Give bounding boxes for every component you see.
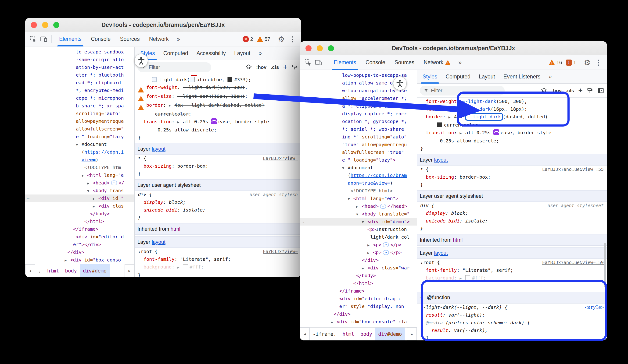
dom-tree-row[interactable]: (https://cdpn.io/bram: [300, 172, 417, 179]
style-declaration-line[interactable]: * {EaYBJJx?ano…ue&view=:55: [417, 166, 607, 173]
dom-tree-row[interactable]: e " loading="lazy: [25, 133, 134, 141]
dom-tree-row[interactable]: ation-by-user-act: [25, 63, 134, 71]
dom-tree-row[interactable]: <div id="editor-d: [25, 233, 134, 241]
dom-tree-row[interactable]: b-share *; xr-spa: [25, 102, 134, 110]
inspect-element-icon[interactable]: [303, 58, 313, 67]
warn-badge[interactable]: 57: [257, 36, 270, 42]
style-declaration-line[interactable]: light-dark(aliceblue, #333);: [135, 76, 301, 84]
more-tabs-icon[interactable]: »: [254, 47, 266, 60]
dom-tree-row[interactable]: display-capture *; encr: [300, 110, 417, 118]
dom-tree-row[interactable]: "true" allowpaymentrequ: [300, 141, 417, 148]
tab-computed[interactable]: Computed: [442, 70, 475, 84]
breadcrumb-scroll-right-icon[interactable]: ▶: [407, 328, 417, 340]
tab-accessibility[interactable]: Accessibility: [192, 47, 230, 60]
expand-inline-icon[interactable]: ⋯: [383, 242, 389, 247]
tab-elements[interactable]: Elements: [55, 32, 86, 47]
styles-section-header[interactable]: Layer layout: [135, 143, 301, 155]
classes-button[interactable]: .cls: [271, 64, 279, 70]
tab-computed[interactable]: Computed: [159, 47, 192, 60]
kebab-menu-icon[interactable]: ⋮: [287, 35, 298, 43]
styles-section-header[interactable]: Inherited from html: [417, 234, 607, 246]
styles-section-header[interactable]: Layer user agent stylesheet: [135, 179, 301, 191]
style-declaration-line[interactable]: background: ▶#fff;: [135, 263, 301, 271]
dom-tree-row[interactable]: </html>: [25, 218, 134, 225]
style-declaration-line[interactable]: }: [135, 271, 301, 277]
style-declaration-line[interactable]: }: [417, 225, 607, 233]
code-link[interactable]: layout: [434, 157, 448, 163]
dom-tree-row[interactable]: scrolling="auto": [25, 110, 134, 118]
settings-gear-icon[interactable]: ⚙: [276, 35, 287, 44]
dom-tree-row[interactable]: allowfullscreen="true": [300, 148, 417, 156]
more-tabs-icon[interactable]: »: [173, 32, 183, 47]
stylesheet-source-link[interactable]: EaYBJJx?ano…ue&view=:59: [542, 259, 604, 266]
stylesheet-source-link[interactable]: user agent stylesheet: [548, 202, 604, 209]
dom-tree-row[interactable]: </div>: [25, 248, 134, 256]
new-style-rule-button[interactable]: +: [283, 63, 288, 71]
breadcrumb-item[interactable]: -iframe.: [310, 328, 339, 340]
dom-tree-row[interactable]: ocation *; gyroscope *;: [300, 118, 417, 125]
dom-tree-row[interactable]: ▶<div clas: [25, 202, 134, 210]
titlebar[interactable]: DevTools - codepen.io/bramus/pen/EaYBJJx: [300, 41, 607, 55]
dom-tree-row[interactable]: ▶<div id="box-conso: [25, 256, 134, 264]
dom-tree-row[interactable]: allowfullscreen=": [25, 125, 134, 133]
error-badge[interactable]: ✕2: [242, 36, 253, 42]
dom-tree-row[interactable]: -same-origin allo: [25, 56, 134, 63]
style-declaration-line[interactable]: }: [417, 145, 607, 152]
dom-tree-row[interactable]: (https://cdpn.i: [25, 148, 134, 156]
issue-badge[interactable]: !1: [566, 60, 576, 66]
dom-tree-row[interactable]: ing *" scrolling="auto": [300, 133, 417, 141]
style-declaration-line[interactable]: div {user agent stylesheet: [417, 202, 607, 209]
style-declaration-line[interactable]: 0.25s allow-discrete;: [135, 126, 301, 134]
device-toolbar-icon[interactable]: [39, 34, 49, 44]
inspect-element-icon[interactable]: [28, 34, 38, 44]
style-declaration-line[interactable]: * {EaYBJJx?view=: [135, 155, 301, 162]
dom-tree[interactable]: low-popups-to-escape-sa ation allow-same…: [300, 70, 417, 327]
dom-tree-row[interactable]: </iframe>: [300, 287, 417, 295]
code-link[interactable]: https://cdpn.i: [84, 149, 124, 155]
dom-tree-row[interactable]: ▶<head>⋯</head>: [300, 202, 417, 210]
dom-tree-row[interactable]: e " loading="lazy">: [300, 156, 417, 164]
style-declaration-line[interactable]: font-size: --light-dark(16px, 18px);: [135, 92, 301, 101]
breadcrumb-item[interactable]: html: [339, 328, 357, 340]
styles-rules[interactable]: font-weight: --light-dark(500, 300); fon…: [417, 98, 607, 340]
code-link[interactable]: layout: [152, 239, 165, 245]
breadcrumb-scroll-left-icon[interactable]: ◀: [300, 328, 310, 340]
device-toolbar-icon[interactable]: [314, 58, 323, 67]
code-link[interactable]: --light-dark: [463, 99, 496, 104]
style-declaration-line[interactable]: }: [417, 282, 607, 290]
styles-section-header[interactable]: Inherited from html: [135, 223, 301, 235]
stylesheet-source-link[interactable]: <style>: [585, 303, 604, 311]
code-link[interactable]: https://cdpn.io/bram: [351, 173, 407, 178]
code-link[interactable]: anon=true&view=: [348, 180, 390, 186]
tab-network[interactable]: Network: [145, 32, 173, 47]
dom-tree-row[interactable]: ▶<div id="box-console" cla: [300, 318, 417, 326]
style-declaration-line[interactable]: result: var(--light);: [417, 311, 607, 319]
style-declaration-line[interactable]: --light-dark(--light, --dark) {<style>: [417, 303, 607, 311]
style-declaration-line[interactable]: :root {EaYBJJx?view=: [135, 248, 301, 255]
titlebar[interactable]: DevTools - codepen.io/bramus/pen/EaYBJJx: [25, 18, 301, 32]
dom-tree[interactable]: to-escape-sandbox -same-origin allo atio…: [25, 47, 134, 264]
style-declaration-line[interactable]: font-size: --light-dark(16px, 18px);: [417, 105, 607, 113]
styles-section-header[interactable]: Layer layout: [417, 247, 607, 259]
breadcrumb-scroll-right-icon[interactable]: ▶: [125, 264, 134, 277]
style-declaration-line[interactable]: }: [135, 170, 301, 178]
breadcrumb-item[interactable]: html: [44, 264, 62, 277]
toggle-element-state-icon[interactable]: [541, 87, 547, 94]
dom-tree-row[interactable]: </div>: [300, 310, 417, 318]
stylesheet-source-link[interactable]: EaYBJJx?ano…ue&view=:55: [542, 166, 604, 173]
style-declaration-line[interactable]: 0.25s allow-discrete;: [417, 137, 607, 145]
styles-section-header[interactable]: Layer user agent stylesheet: [417, 190, 607, 202]
declaration-checkbox[interactable]: [152, 77, 157, 82]
dom-tree-row[interactable]: ▶<p>⋯</p>: [300, 241, 417, 249]
classes-button[interactable]: .cls: [566, 88, 574, 93]
dom-tree-row[interactable]: er" style="display: non: [300, 303, 417, 310]
dom-tree-row[interactable]: <!DOCTYPE htm: [25, 164, 134, 171]
style-declaration-line[interactable]: unicode-bidi: isolate;: [135, 206, 301, 214]
expand-inline-icon[interactable]: ⋯: [111, 181, 117, 185]
style-declaration-line[interactable]: transition: ▶all 0.25s ease, border-styl…: [417, 129, 607, 137]
dom-tree-row[interactable]: allow="accelerometer *;: [300, 95, 417, 102]
stylesheet-source-link[interactable]: EaYBJJx?view=: [263, 248, 298, 255]
new-style-rule-button[interactable]: +: [578, 86, 583, 95]
tab-sources[interactable]: Sources: [390, 55, 419, 70]
rendering-emulation-icon[interactable]: [587, 87, 593, 94]
